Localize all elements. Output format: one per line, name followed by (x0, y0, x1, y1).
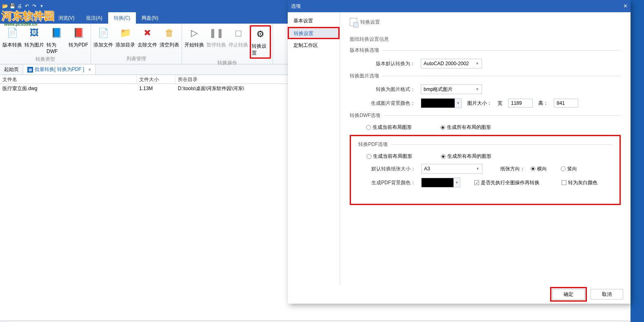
btn-start-convert[interactable]: ▷开始转换 (184, 25, 205, 49)
tab-start[interactable]: 起始页 (0, 64, 23, 75)
col-filename[interactable]: 文件名 (0, 75, 137, 84)
menu-cloud[interactable]: 网盘(N) (136, 12, 164, 24)
section-image: 转换图片选项 (350, 73, 379, 79)
qat-more-icon[interactable]: ▼ (38, 3, 45, 9)
label-pdf-bg: 生成PDF背景颜色： (366, 179, 415, 186)
horizontal-scrollbar[interactable]: ◀ ▶ (0, 320, 631, 322)
check-grayscale[interactable]: 转为灰白颜色 (562, 179, 597, 186)
btn-convert-version[interactable]: 📄版本转换 (2, 25, 23, 49)
input-height[interactable]: 841 (554, 99, 578, 108)
chevron-down-icon: ▼ (453, 178, 460, 187)
color-pdf-bg[interactable]: ▼ (421, 178, 460, 187)
cell-size: 1.13M (137, 86, 175, 91)
label-image-format: 转换为图片格式： (366, 86, 415, 93)
qat-open-icon[interactable]: 📂 (2, 3, 8, 9)
cancel-button[interactable]: 取消 (591, 289, 623, 300)
chevron-down-icon: ▼ (475, 62, 479, 66)
chevron-down-icon: ▼ (455, 99, 461, 108)
dialog-title: 选项 (291, 3, 301, 10)
radio-landscape[interactable]: 横向 (531, 165, 547, 172)
btn-convert-dwf[interactable]: 📘转为DWF (46, 25, 67, 55)
label-image-bg: 生成图片背景颜色： (366, 100, 415, 107)
section-dwf: 转换DWF选项 (350, 112, 380, 119)
label-orientation: 纸张方向： (500, 165, 525, 172)
close-icon[interactable]: × (624, 2, 627, 10)
radio-dwf-current[interactable]: 生成当前布局图形 (366, 124, 412, 131)
label-default-version: 版本默认转换为： (366, 60, 415, 67)
btn-add-folder[interactable]: 📁添加目录 (115, 25, 136, 49)
ribbon-group-ops: 转换操作 (218, 59, 237, 67)
section-version: 版本转换选项 (350, 47, 379, 54)
tab-batch[interactable]: ▦ 批量转换[ 转换为PDF ] × (23, 64, 95, 75)
qat-redo-icon[interactable]: ↷ (31, 3, 38, 9)
btn-convert-settings[interactable]: ⚙转换设置 (250, 25, 271, 59)
qat-undo-icon[interactable]: ↶ (24, 3, 30, 9)
select-image-format[interactable]: bmp格式图片▼ (421, 84, 482, 94)
label-width: 宽 (497, 100, 502, 107)
color-image-bg[interactable]: ▼ (421, 98, 462, 108)
label-height: 高： (538, 100, 548, 107)
input-width[interactable]: 1189 (508, 99, 533, 108)
col-filesize[interactable]: 文件大小 (137, 75, 175, 84)
side-workspace[interactable]: 定制工作区 (288, 39, 340, 51)
select-default-version[interactable]: AutoCAD 2000-2002▼ (421, 59, 482, 68)
radio-pdf-current[interactable]: 生成当前布局图形 (366, 153, 412, 160)
label-image-size: 图片大小： (467, 100, 492, 107)
page-title: 转换设置 (360, 19, 380, 26)
btn-convert-pdf[interactable]: 📕转为PDF (68, 25, 89, 49)
menu-convert[interactable]: 转换(C) (108, 12, 136, 24)
chevron-down-icon: ▼ (475, 87, 479, 91)
btn-remove-file[interactable]: ✖去除文件 (137, 25, 158, 49)
chevron-down-icon: ▼ (476, 167, 480, 171)
ok-button[interactable]: 确定 (552, 289, 585, 300)
menu-view[interactable]: 浏览(V) (53, 12, 80, 24)
side-basic-settings[interactable]: 基本设置 (288, 15, 340, 27)
ribbon-group-convtype: 转换类型 (36, 55, 55, 64)
btn-stop-convert: ◻停止转换 (228, 25, 249, 49)
radio-pdf-all[interactable]: 生成所有布局的图形 (441, 153, 491, 160)
options-dialog: 选项 × 基本设置 转换设置 定制工作区 转换设置 图纸转换设置信息 版本转换选… (288, 0, 631, 304)
section-info-label: 图纸转换设置信息 (350, 36, 621, 43)
qat-save-icon[interactable]: 💾 (9, 3, 16, 9)
tab-icon: ▦ (27, 67, 33, 73)
radio-dwf-all[interactable]: 生成所有布局的图形 (440, 124, 491, 131)
gear-icon: ⚙ (253, 27, 267, 41)
section-pdf: 转换PDF选项 (358, 141, 388, 148)
select-paper-size[interactable]: A3▼ (421, 164, 482, 174)
check-full-op[interactable]: 是否先执行全图操作再转换 (474, 179, 540, 186)
label-paper-size: 默认转换纸张大小： (366, 165, 415, 172)
settings-page-icon (350, 18, 357, 26)
qat-print-icon[interactable]: 🖨 (16, 3, 23, 9)
side-convert-settings[interactable]: 转换设置 (288, 27, 340, 39)
btn-pause-convert: ❚❚暂停转换 (206, 25, 227, 49)
close-tab-icon[interactable]: × (88, 67, 91, 73)
cell-file: 医疗室立面.dwg (0, 85, 137, 92)
ribbon-group-list: 列表管理 (127, 55, 146, 63)
menu-annotate[interactable]: 批注(A) (80, 12, 108, 24)
btn-add-file[interactable]: 📄添加文件 (93, 25, 114, 49)
btn-clear-list[interactable]: 🗑清空列表 (159, 25, 180, 49)
radio-portrait[interactable]: 竖向 (561, 165, 577, 172)
menu-home[interactable]: 主页(H) (24, 12, 53, 24)
btn-convert-image[interactable]: 🖼转为图片 (24, 25, 45, 49)
